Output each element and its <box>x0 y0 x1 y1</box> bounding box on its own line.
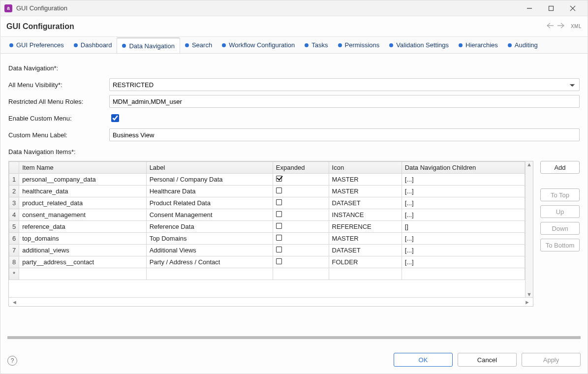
input-restricted-roles[interactable] <box>109 95 580 108</box>
tab-workflow-configuration[interactable]: Workflow Configuration <box>217 37 300 53</box>
cell-item-name[interactable]: top_domains <box>19 233 146 245</box>
cell-children[interactable]: [] <box>402 221 525 233</box>
expanded-checkbox-icon[interactable] <box>276 247 282 252</box>
cell-expanded[interactable] <box>273 221 329 233</box>
tab-data-navigation[interactable]: Data Navigation <box>117 37 180 54</box>
cell-children[interactable]: [...] <box>402 209 525 221</box>
table-row[interactable]: 5reference_dataReference DataREFERENCE[] <box>9 221 525 233</box>
data-nav-table[interactable]: Item NameLabelExpandedIconData Navigatio… <box>9 161 525 280</box>
cell-icon[interactable]: INSTANCE <box>329 209 402 221</box>
cell-item-name[interactable]: healthcare_data <box>19 186 146 197</box>
cell-label[interactable]: Healthcare Data <box>146 186 273 197</box>
cell-item-name[interactable]: personal__company_data <box>19 174 146 186</box>
cell-label[interactable]: Top Domains <box>146 233 273 245</box>
table-row[interactable]: 7additional_viewsAdditional ViewsDATASET… <box>9 245 525 256</box>
expanded-checkbox-icon[interactable] <box>276 223 282 229</box>
close-button[interactable] <box>562 0 584 16</box>
checkbox-enable-custom-menu[interactable] <box>111 114 119 122</box>
tab-dashboard[interactable]: Dashboard <box>69 37 117 53</box>
cell-label[interactable]: Personal / Company Data <box>146 174 273 186</box>
cell-children[interactable]: [...] <box>402 186 525 197</box>
cell-icon[interactable]: DATASET <box>329 197 402 209</box>
to-bottom-button[interactable]: To Bottom <box>540 239 580 251</box>
cell-item-name[interactable]: product_related_data <box>19 197 146 209</box>
col-header[interactable]: Label <box>146 162 273 174</box>
select-all-menu-visibility[interactable]: RESTRICTED <box>109 78 580 91</box>
cell-children[interactable]: [...] <box>402 233 525 245</box>
cell-children[interactable]: [...] <box>402 245 525 256</box>
expanded-checkbox-icon[interactable] <box>276 235 282 241</box>
cell-icon[interactable]: MASTER <box>329 233 402 245</box>
expanded-checkbox-icon[interactable] <box>276 187 282 193</box>
table-row[interactable]: 6top_domainsTop DomainsMASTER[...] <box>9 233 525 245</box>
table-row-new[interactable]: * <box>9 268 525 280</box>
cell-expanded[interactable] <box>273 245 329 256</box>
cell-children[interactable]: [...] <box>402 197 525 209</box>
cell-expanded[interactable] <box>273 233 329 245</box>
expanded-checkbox-icon[interactable] <box>276 176 282 182</box>
col-header[interactable]: Item Name <box>19 162 146 174</box>
cell-expanded[interactable] <box>273 186 329 197</box>
cell-icon[interactable]: FOLDER <box>329 256 402 268</box>
tab-search[interactable]: Search <box>180 37 217 53</box>
table-row[interactable]: 8party__address__contactParty / Address … <box>9 256 525 268</box>
help-icon[interactable]: ? <box>7 356 17 366</box>
cell-expanded[interactable] <box>273 256 329 268</box>
nav-back-icon[interactable] <box>546 23 554 30</box>
tab-bullet-icon <box>305 43 309 47</box>
table-row[interactable]: 3product_related_dataProduct Related Dat… <box>9 197 525 209</box>
cell-item-name[interactable]: reference_data <box>19 221 146 233</box>
cell-label[interactable]: Additional Views <box>146 245 273 256</box>
tab-hierarchies[interactable]: Hierarchies <box>454 37 503 53</box>
cancel-button[interactable]: Cancel <box>458 353 517 367</box>
vertical-scrollbar[interactable]: ▲ ▼ <box>525 161 533 297</box>
cell-expanded[interactable] <box>273 209 329 221</box>
table-row[interactable]: 2healthcare_dataHealthcare DataMASTER[..… <box>9 186 525 197</box>
col-header[interactable]: Data Navigation Children <box>402 162 525 174</box>
tab-gui-preferences[interactable]: GUI Preferences <box>4 37 69 53</box>
tab-tasks[interactable]: Tasks <box>300 37 333 53</box>
cell-expanded[interactable] <box>273 197 329 209</box>
down-button[interactable]: Down <box>540 222 580 235</box>
input-custom-menu-label[interactable] <box>109 128 580 141</box>
cell-icon[interactable]: REFERENCE <box>329 221 402 233</box>
cell-label[interactable]: Product Related Data <box>146 197 273 209</box>
horizontal-scrollbar[interactable]: ◄ ► <box>9 297 533 306</box>
nav-forward-icon[interactable] <box>557 23 565 30</box>
up-button[interactable]: Up <box>540 205 580 218</box>
maximize-button[interactable] <box>540 0 562 16</box>
scroll-up-icon[interactable]: ▲ <box>526 161 532 167</box>
cell-icon[interactable]: MASTER <box>329 186 402 197</box>
ok-button[interactable]: OK <box>394 353 453 367</box>
expanded-checkbox-icon[interactable] <box>276 199 282 205</box>
table-row[interactable]: 1personal__company_dataPersonal / Compan… <box>9 174 525 186</box>
cell-label[interactable]: Reference Data <box>146 221 273 233</box>
scroll-down-icon[interactable]: ▼ <box>526 291 532 297</box>
expanded-checkbox-icon[interactable] <box>276 211 282 217</box>
table-row[interactable]: 4consent_managementConsent ManagementINS… <box>9 209 525 221</box>
tab-permissions[interactable]: Permissions <box>333 37 385 53</box>
cell-label[interactable]: Consent Management <box>146 209 273 221</box>
cell-item-name[interactable]: additional_views <box>19 245 146 256</box>
cell-children[interactable]: [...] <box>402 256 525 268</box>
xml-link[interactable]: XML <box>571 24 582 29</box>
cell-item-name[interactable]: consent_management <box>19 209 146 221</box>
add-button[interactable]: Add <box>540 161 580 174</box>
tab-validation-settings[interactable]: Validation Settings <box>384 37 454 53</box>
cell-item-name[interactable]: party__address__contact <box>19 256 146 268</box>
cell-children[interactable]: [...] <box>402 174 525 186</box>
col-header[interactable]: Icon <box>329 162 402 174</box>
scroll-right-icon[interactable]: ► <box>523 299 532 305</box>
cell-icon[interactable]: DATASET <box>329 245 402 256</box>
col-header[interactable]: Expanded <box>273 162 329 174</box>
to-top-button[interactable]: To Top <box>540 188 580 201</box>
apply-button[interactable]: Apply <box>522 353 581 367</box>
scroll-left-icon[interactable]: ◄ <box>10 299 19 305</box>
col-rownum[interactable] <box>9 162 19 174</box>
cell-icon[interactable]: MASTER <box>329 174 402 186</box>
cell-expanded[interactable] <box>273 174 329 186</box>
tab-auditing[interactable]: Auditing <box>503 37 543 53</box>
minimize-button[interactable] <box>519 0 540 16</box>
expanded-checkbox-icon[interactable] <box>276 258 282 264</box>
cell-label[interactable]: Party / Address / Contact <box>146 256 273 268</box>
